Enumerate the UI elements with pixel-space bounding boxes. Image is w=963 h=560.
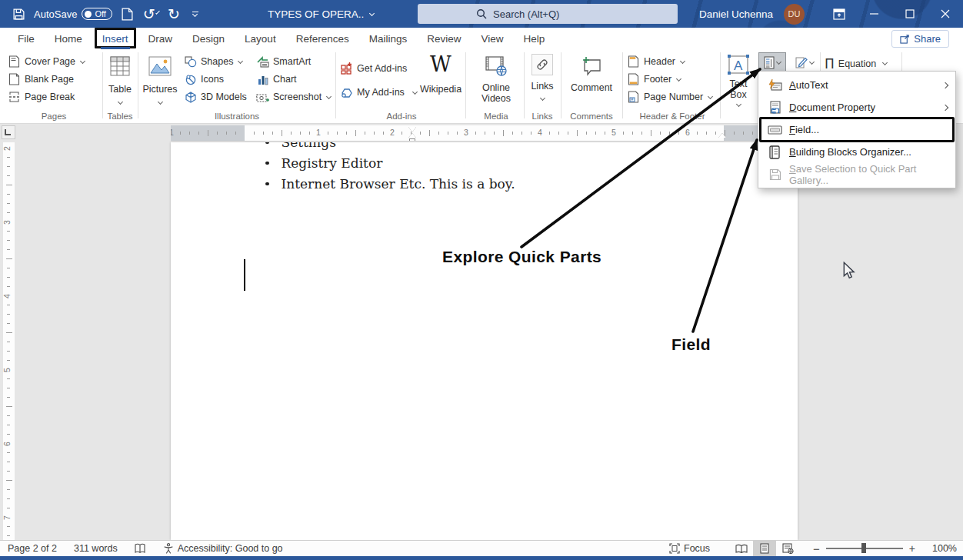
ruler-number: 6 bbox=[3, 442, 12, 446]
chevron-down-icon bbox=[809, 58, 815, 64]
equation-button[interactable]: Π Equation bbox=[825, 49, 898, 71]
avatar[interactable]: DU bbox=[784, 4, 805, 25]
menu-item-autotext[interactable]: AutoText bbox=[758, 74, 955, 96]
new-document-icon[interactable] bbox=[120, 6, 135, 22]
share-icon bbox=[900, 34, 910, 44]
zoom-out-button[interactable]: − bbox=[813, 542, 820, 555]
zoom-slider[interactable] bbox=[826, 548, 903, 548]
redo-button[interactable]: ↻ bbox=[166, 6, 182, 22]
tab-home[interactable]: Home bbox=[45, 28, 92, 49]
customize-toolbar-button[interactable] bbox=[192, 12, 198, 16]
ruler-number: 1 bbox=[316, 128, 321, 137]
document-property-icon bbox=[768, 100, 782, 115]
submenu-arrow-icon bbox=[942, 104, 948, 110]
smartart-button[interactable]: SmartArt bbox=[256, 55, 331, 68]
page-break-button[interactable]: Page Break bbox=[8, 90, 100, 104]
pictures-button[interactable]: Pictures bbox=[141, 55, 179, 104]
tab-insert[interactable]: Insert bbox=[92, 28, 138, 49]
quick-parts-button[interactable] bbox=[758, 52, 786, 72]
online-videos-button[interactable]: Online Videos bbox=[470, 49, 522, 104]
search-input[interactable] bbox=[493, 8, 662, 20]
tab-draw[interactable]: Draw bbox=[138, 28, 183, 49]
vertical-ruler[interactable]: 234567 bbox=[3, 142, 15, 540]
screenshot-button[interactable]: Screenshot bbox=[256, 90, 331, 104]
zoom-in-button[interactable]: + bbox=[909, 542, 915, 555]
chevron-down-icon bbox=[80, 58, 85, 63]
text-box-button[interactable]: A Text Box bbox=[723, 54, 754, 106]
first-line-indent-marker[interactable] bbox=[408, 127, 416, 132]
tab-layout[interactable]: Layout bbox=[235, 28, 286, 49]
menu-item-field[interactable]: Field... bbox=[758, 118, 955, 141]
footer-icon bbox=[627, 73, 640, 86]
web-layout-button[interactable] bbox=[776, 541, 799, 556]
group-header-footer: Header Footer # Page Number Header & Foo… bbox=[627, 49, 718, 123]
tab-design[interactable]: Design bbox=[182, 28, 235, 49]
proofing-icon[interactable] bbox=[135, 543, 146, 554]
svg-text:A: A bbox=[734, 58, 743, 73]
chevron-down-icon bbox=[412, 88, 418, 94]
save-icon[interactable] bbox=[11, 6, 26, 22]
3d-models-button[interactable]: 3D Models bbox=[184, 90, 261, 104]
accessibility-status[interactable]: Accessibility: Good to go bbox=[163, 543, 283, 554]
wordart-pen-button[interactable] bbox=[791, 52, 818, 72]
horizontal-ruler[interactable]: 1 123456 bbox=[171, 125, 798, 141]
tab-review[interactable]: Review bbox=[417, 28, 471, 49]
icons-button[interactable]: Icons bbox=[184, 72, 261, 86]
print-layout-button[interactable] bbox=[753, 541, 776, 556]
autosave-toggle[interactable]: Off bbox=[82, 8, 112, 20]
share-button[interactable]: Share bbox=[891, 30, 949, 48]
ruler-number: 2 bbox=[3, 146, 12, 151]
menu-item-document-property[interactable]: Document Property bbox=[758, 96, 955, 118]
undo-button[interactable]: ↺ bbox=[143, 6, 158, 22]
chevron-down-icon bbox=[680, 58, 685, 63]
title-bar: AutoSave Off ↺ ↻ TYPES OF OPERA.. Daniel… bbox=[0, 0, 963, 28]
tab-view[interactable]: View bbox=[471, 28, 513, 49]
text-cursor bbox=[244, 259, 245, 291]
focus-button[interactable]: Focus bbox=[669, 543, 710, 554]
footer-button[interactable]: Footer bbox=[627, 72, 718, 86]
shapes-button[interactable]: Shapes bbox=[184, 55, 261, 68]
chart-button[interactable]: Chart bbox=[256, 72, 331, 86]
blank-page-button[interactable]: Blank Page bbox=[8, 72, 100, 86]
list-item: Internet Browser Etc. This is a boy. bbox=[265, 176, 515, 197]
maximize-button[interactable] bbox=[892, 0, 928, 28]
zoom-slider-handle[interactable] bbox=[861, 543, 866, 553]
links-button[interactable]: Links bbox=[526, 49, 558, 100]
minimize-button[interactable] bbox=[857, 0, 892, 28]
read-mode-button[interactable] bbox=[730, 541, 753, 556]
equation-icon: Π bbox=[825, 56, 835, 72]
table-button[interactable]: Table bbox=[105, 49, 135, 104]
tab-selector[interactable] bbox=[2, 125, 15, 139]
hanging-indent-marker[interactable] bbox=[408, 133, 416, 138]
group-label-tables: Tables bbox=[105, 112, 135, 121]
comment-button[interactable]: Comment bbox=[562, 49, 621, 93]
menu-item-building-blocks-organizer[interactable]: Building Blocks Organizer... bbox=[758, 141, 955, 163]
page-number-icon: # bbox=[627, 91, 640, 104]
page-number-button[interactable]: # Page Number bbox=[627, 90, 718, 104]
tab-help[interactable]: Help bbox=[514, 28, 555, 49]
quick-parts-menu: AutoText Document Property Field... Buil… bbox=[758, 71, 956, 188]
tab-file[interactable]: File bbox=[8, 28, 45, 49]
ribbon-display-options-button[interactable] bbox=[821, 0, 857, 28]
icons-icon bbox=[184, 73, 197, 86]
tab-mailings[interactable]: Mailings bbox=[359, 28, 418, 49]
tab-references[interactable]: References bbox=[286, 28, 359, 49]
screenshot-icon bbox=[256, 91, 269, 104]
left-indent-marker[interactable] bbox=[409, 138, 415, 141]
close-button[interactable] bbox=[928, 0, 963, 28]
user-name[interactable]: Daniel Uchenna bbox=[699, 8, 773, 20]
wikipedia-button[interactable]: W Wikipedia bbox=[418, 54, 463, 95]
group-label-links: Links bbox=[526, 112, 558, 121]
right-indent-marker[interactable] bbox=[718, 133, 726, 138]
cover-page-button[interactable]: Cover Page bbox=[8, 55, 100, 68]
word-count[interactable]: 311 words bbox=[74, 543, 118, 554]
page-indicator[interactable]: Page 2 of 2 bbox=[8, 543, 57, 554]
chart-icon bbox=[256, 73, 269, 86]
search-box[interactable] bbox=[418, 4, 678, 24]
search-icon bbox=[476, 8, 487, 19]
smartart-icon bbox=[256, 55, 269, 68]
header-button[interactable]: Header bbox=[627, 55, 718, 68]
document-title[interactable]: TYPES OF OPERA.. bbox=[268, 0, 374, 28]
chevron-down-icon bbox=[238, 58, 243, 63]
zoom-level[interactable]: 100% bbox=[928, 543, 957, 554]
